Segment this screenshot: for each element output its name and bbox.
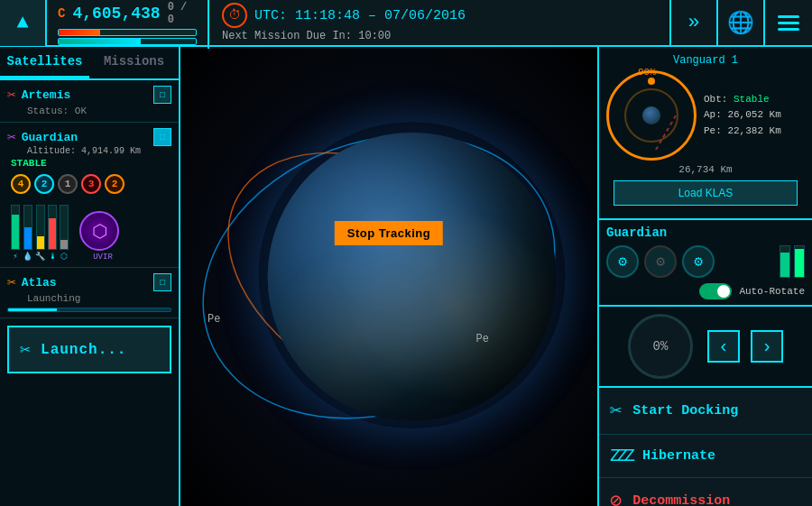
satellite-list: ✂ Artemis □ Status: OK ✂ Guardian □ Alti… <box>0 80 179 506</box>
planet-earth <box>268 133 557 421</box>
guardian-control: Guardian ⚙ ⚙ ⚙ Auto-Rotate <box>599 220 812 307</box>
satellite-atlas[interactable]: ✂ Atlas □ Launching <box>0 268 179 318</box>
satellite-guardian[interactable]: ✂ Guardian □ Altitude: 4,914.99 Km STABL… <box>0 123 179 268</box>
uvir-icon[interactable]: ⬡ <box>79 211 119 251</box>
launch-button[interactable]: ✂ Launch... <box>7 326 171 373</box>
rcs-icon: 💧 <box>23 252 32 262</box>
badge-3: 3 <box>81 174 101 194</box>
currency-amount: 4,605,438 <box>72 5 160 23</box>
artemis-name: Artemis <box>22 88 148 102</box>
start-docking-label: Start Docking <box>632 403 738 419</box>
tab-missions[interactable]: Missions <box>89 47 179 78</box>
atlas-btn[interactable]: □ <box>153 273 171 291</box>
orbit-circle <box>606 70 697 161</box>
artemis-icon: ✂ <box>7 86 16 104</box>
orbit-ap: Ap: 26,052 Km <box>704 107 781 124</box>
orbit-km: 26,734 Km <box>606 164 805 175</box>
slr-icon: 🌡 <box>49 252 57 262</box>
auto-rotate-toggle[interactable] <box>699 283 732 299</box>
ctrl-btn-2[interactable]: ⚙ <box>682 245 715 278</box>
ctrl-btn-0[interactable]: ⚙ <box>606 245 639 278</box>
currency-ratio: 0 / 0 <box>168 1 197 26</box>
app-logo: ▲ <box>0 0 47 46</box>
guardian-altitude: Altitude: 4,914.99 Km <box>7 146 171 156</box>
guardian-name: Guardian <box>22 131 148 144</box>
timer-display: ⏱ UTC: 11:18:48 – 07/06/2016 Next Missio… <box>209 0 671 46</box>
hibernate-label: Hibernate <box>642 448 715 464</box>
atlas-status: Launching <box>7 293 171 304</box>
launch-icon: ✂ <box>20 338 32 361</box>
resource-bars: ⚡ 💧 🔧 🌡 ⬡ <box>7 205 69 262</box>
badge-4: 2 <box>105 174 125 194</box>
stop-tracking-button[interactable]: Stop Tracking <box>335 221 443 245</box>
currency-bar <box>58 29 197 36</box>
atlas-name: Atlas <box>22 276 148 290</box>
auto-rotate-label: Auto-Rotate <box>739 286 805 297</box>
skip-button[interactable]: » <box>671 0 718 46</box>
currency-display: C 4,605,438 0 / 0 <box>47 0 209 49</box>
main-view: Pe Pe Stop Tracking <box>180 47 597 506</box>
atlas-progress <box>7 308 171 312</box>
top-bar: ▲ C 4,605,438 0 / 0 ⏱ UTC: 11:18:48 – 07… <box>0 0 812 47</box>
right-panel: Vanguard 1 99% Obt: Stable Ap: 26,052 Km… <box>597 47 812 506</box>
guardian-badges: 4 2 1 3 2 <box>7 174 171 194</box>
artemis-status: Status: OK <box>7 106 171 116</box>
next-mission: Next Mission Due In: 10:00 <box>222 30 657 42</box>
nav-arrows: ‹ › <box>707 330 783 363</box>
utc-time: UTC: 11:18:48 – 07/06/2016 <box>254 8 466 23</box>
guardian-btn[interactable]: □ <box>153 128 171 146</box>
eng-icon: ⚡ <box>13 252 17 262</box>
decommission-button[interactable]: ⊘ Decommission <box>599 478 812 506</box>
orbit-pe: Pe: 22,382 Km <box>704 124 781 140</box>
orbit-display: Vanguard 1 99% Obt: Stable Ap: 26,052 Km… <box>599 47 812 220</box>
badge-1: 2 <box>34 174 54 194</box>
decommission-label: Decommission <box>632 493 730 506</box>
start-docking-icon: ✂ <box>610 399 622 423</box>
satellite-artemis[interactable]: ✂ Artemis □ Status: OK <box>0 80 179 123</box>
tab-satellites[interactable]: Satellites <box>0 47 89 78</box>
hibernate-button[interactable]: ZZZ Hibernate <box>599 435 812 478</box>
start-docking-button[interactable]: ✂ Start Docking <box>599 388 812 435</box>
pe-label-left: Pe <box>208 313 220 326</box>
nav-prev[interactable]: ‹ <box>707 330 740 363</box>
tool-icon: 🔧 <box>35 252 45 262</box>
currency-icon: C <box>58 6 65 21</box>
artemis-btn[interactable]: □ <box>153 86 171 104</box>
left-panel: Satellites Missions ✂ Artemis □ Status: … <box>0 47 180 506</box>
auto-rotate-row: Auto-Rotate <box>606 283 805 299</box>
uvir-label: UVIR <box>79 253 126 262</box>
nav-next[interactable]: › <box>751 330 783 363</box>
ctrl-resource-bars <box>780 245 805 278</box>
load-klas-button[interactable]: Load KLAS <box>614 180 798 206</box>
dock-icon: ⬡ <box>60 252 68 262</box>
orbit-title: Vanguard 1 <box>606 54 805 67</box>
ctrl-btn-1[interactable]: ⚙ <box>644 245 677 278</box>
launch-label: Launch... <box>41 342 126 358</box>
guardian-icon: ✂ <box>7 128 16 146</box>
orbit-info: Obt: Stable Ap: 26,052 Km Pe: 22,382 Km <box>704 92 781 140</box>
globe-button[interactable]: 🌐 <box>718 0 765 46</box>
secondary-bar <box>58 38 197 45</box>
guardian-stable: STABLE <box>11 158 47 169</box>
atlas-icon: ✂ <box>7 273 16 291</box>
orbit-percent: 99% <box>638 67 656 78</box>
hibernate-icon: ZZZ <box>610 446 632 466</box>
tab-bar: Satellites Missions <box>0 47 179 80</box>
guardian-ctrl-title: Guardian <box>606 225 805 240</box>
pct-circle: 0% <box>628 314 693 379</box>
pe-label-right: Pe <box>476 333 489 345</box>
ctrl-icons-row: ⚙ ⚙ ⚙ <box>606 245 805 278</box>
menu-button[interactable] <box>765 0 812 46</box>
decommission-icon: ⊘ <box>610 489 622 506</box>
pct-nav-row: 0% ‹ › <box>599 307 812 388</box>
timer-icon: ⏱ <box>222 3 247 28</box>
badge-2: 1 <box>58 174 78 194</box>
badge-0: 4 <box>11 174 31 194</box>
